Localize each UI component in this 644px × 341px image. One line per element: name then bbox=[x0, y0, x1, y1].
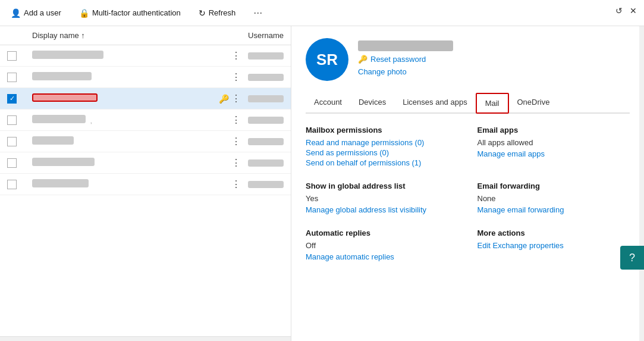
username-value bbox=[248, 74, 284, 81]
mfa-button[interactable]: 🔒 Multi-factor authentication bbox=[76, 6, 184, 20]
close-button[interactable]: ✕ bbox=[630, 6, 637, 15]
row-more-button[interactable]: ⋮ bbox=[231, 114, 241, 126]
more-actions-section: More actions Edit Exchange properties bbox=[477, 229, 630, 261]
table-row[interactable]: ✓ 🔑 ⋮ bbox=[0, 88, 291, 110]
table-row[interactable]: ⋮ bbox=[0, 67, 291, 88]
table-row[interactable]: ⋮ bbox=[0, 152, 291, 174]
row-more-button[interactable]: ⋮ bbox=[231, 50, 241, 61]
row-more-button[interactable]: ⋮ bbox=[231, 93, 241, 104]
blurred-name bbox=[32, 179, 89, 187]
user-detail-panel: SR 🔑 Reset password Change photo Account… bbox=[291, 26, 644, 341]
more-options-button[interactable]: ··· bbox=[250, 4, 266, 21]
row-checkbox[interactable] bbox=[7, 115, 17, 125]
blurred-name bbox=[32, 115, 86, 123]
tab-devices[interactable]: Devices bbox=[350, 93, 394, 114]
user-name bbox=[32, 93, 212, 104]
manage-email-apps-link[interactable]: Manage email apps bbox=[477, 149, 630, 158]
email-forwarding-section: Email forwarding None Manage email forwa… bbox=[477, 182, 630, 214]
table-row[interactable]: , ⋮ bbox=[0, 110, 291, 131]
username-value bbox=[248, 117, 284, 124]
row-checkbox[interactable] bbox=[7, 137, 17, 146]
user-name bbox=[32, 72, 224, 82]
reset-password-label: Reset password bbox=[370, 55, 426, 64]
mailbox-permissions-section: Mailbox permissions Read and manage perm… bbox=[306, 126, 458, 167]
tab-account[interactable]: Account bbox=[306, 93, 350, 114]
tab-onedrive[interactable]: OneDrive bbox=[509, 93, 558, 114]
manage-email-forwarding-link[interactable]: Manage email forwarding bbox=[477, 205, 630, 214]
global-address-title: Show in global address list bbox=[306, 182, 458, 190]
email-forwarding-title: Email forwarding bbox=[477, 182, 630, 190]
username-value bbox=[248, 138, 284, 145]
row-more-button[interactable]: ⋮ bbox=[231, 157, 241, 168]
send-as-link[interactable]: Send as permissions (0) bbox=[306, 148, 458, 157]
window-controls: ↺ ✕ bbox=[615, 6, 637, 15]
tabs: Account Devices Licenses and apps Mail O… bbox=[306, 93, 630, 114]
restore-button[interactable]: ↺ bbox=[615, 6, 623, 15]
edit-exchange-link[interactable]: Edit Exchange properties bbox=[477, 241, 630, 250]
username-value bbox=[248, 52, 284, 60]
avatar: SR bbox=[306, 38, 348, 81]
manage-automatic-replies-link[interactable]: Manage automatic replies bbox=[306, 252, 458, 261]
user-list: ⋮ ⋮ ✓ bbox=[0, 45, 291, 336]
row-actions: ⋮ bbox=[231, 157, 241, 168]
row-actions: ⋮ bbox=[231, 179, 241, 190]
tab-mail[interactable]: Mail bbox=[476, 93, 509, 114]
automatic-replies-title: Automatic replies bbox=[306, 229, 458, 237]
row-checkbox[interactable] bbox=[7, 51, 17, 61]
row-actions: ⋮ bbox=[231, 114, 241, 126]
row-actions: ⋮ bbox=[231, 50, 241, 61]
add-user-label: Add a user bbox=[24, 8, 61, 17]
blurred-name bbox=[32, 158, 95, 166]
table-row[interactable]: ⋮ bbox=[0, 174, 291, 195]
username-column-header: Username bbox=[236, 31, 284, 40]
row-checkbox[interactable]: ✓ bbox=[7, 94, 17, 104]
refresh-button[interactable]: ↻ Refresh bbox=[195, 6, 240, 20]
blurred-name bbox=[32, 51, 103, 59]
global-address-value: Yes bbox=[306, 194, 458, 203]
user-name bbox=[32, 158, 224, 168]
send-behalf-link[interactable]: Send on behalf of permissions (1) bbox=[306, 158, 458, 167]
row-actions: 🔑 ⋮ bbox=[219, 93, 241, 104]
vertical-scrollbar[interactable] bbox=[639, 26, 644, 341]
mailbox-permissions-title: Mailbox permissions bbox=[306, 126, 458, 134]
more-actions-title: More actions bbox=[477, 229, 630, 237]
row-more-button[interactable]: ⋮ bbox=[231, 71, 241, 83]
floating-help-button[interactable]: ? bbox=[620, 246, 644, 270]
row-actions: ⋮ bbox=[231, 136, 241, 147]
key-icon[interactable]: 🔑 bbox=[219, 94, 229, 104]
user-name bbox=[32, 51, 224, 61]
user-name bbox=[32, 136, 224, 146]
add-user-icon: 👤 bbox=[11, 8, 21, 18]
checkmark-icon: ✓ bbox=[10, 95, 15, 102]
table-row[interactable]: ⋮ bbox=[0, 131, 291, 152]
read-manage-link[interactable]: Read and manage permissions (0) bbox=[306, 138, 458, 147]
user-header: SR 🔑 Reset password Change photo bbox=[306, 38, 630, 81]
blurred-name bbox=[32, 72, 92, 80]
tab-licenses[interactable]: Licenses and apps bbox=[394, 93, 475, 114]
global-address-section: Show in global address list Yes Manage g… bbox=[306, 182, 458, 214]
email-apps-status: All apps allowed bbox=[477, 138, 630, 147]
table-row[interactable]: ⋮ bbox=[0, 45, 291, 67]
toolbar: 👤 Add a user 🔒 Multi-factor authenticati… bbox=[0, 0, 644, 26]
display-name-column-header: Display name ↑ bbox=[32, 31, 229, 40]
horizontal-scrollbar[interactable] bbox=[0, 336, 291, 341]
user-name: , bbox=[32, 115, 224, 125]
key-icon: 🔑 bbox=[358, 55, 367, 64]
user-info: 🔑 Reset password Change photo bbox=[358, 38, 453, 76]
change-photo-button[interactable]: Change photo bbox=[358, 67, 453, 76]
reset-password-button[interactable]: 🔑 Reset password bbox=[358, 55, 453, 64]
refresh-icon: ↻ bbox=[199, 8, 206, 18]
row-more-button[interactable]: ⋮ bbox=[231, 179, 241, 190]
blurred-name bbox=[32, 136, 74, 145]
row-checkbox[interactable] bbox=[7, 158, 17, 168]
row-more-button[interactable]: ⋮ bbox=[231, 136, 241, 147]
email-forwarding-value: None bbox=[477, 194, 630, 203]
automatic-replies-value: Off bbox=[306, 241, 458, 250]
add-user-button[interactable]: 👤 Add a user bbox=[7, 6, 65, 20]
row-checkbox[interactable] bbox=[7, 180, 17, 189]
manage-global-address-link[interactable]: Manage global address list visibility bbox=[306, 205, 458, 214]
row-checkbox[interactable] bbox=[7, 73, 17, 82]
help-icon: ? bbox=[629, 252, 635, 264]
refresh-label: Refresh bbox=[209, 8, 236, 17]
mfa-label: Multi-factor authentication bbox=[92, 8, 181, 17]
